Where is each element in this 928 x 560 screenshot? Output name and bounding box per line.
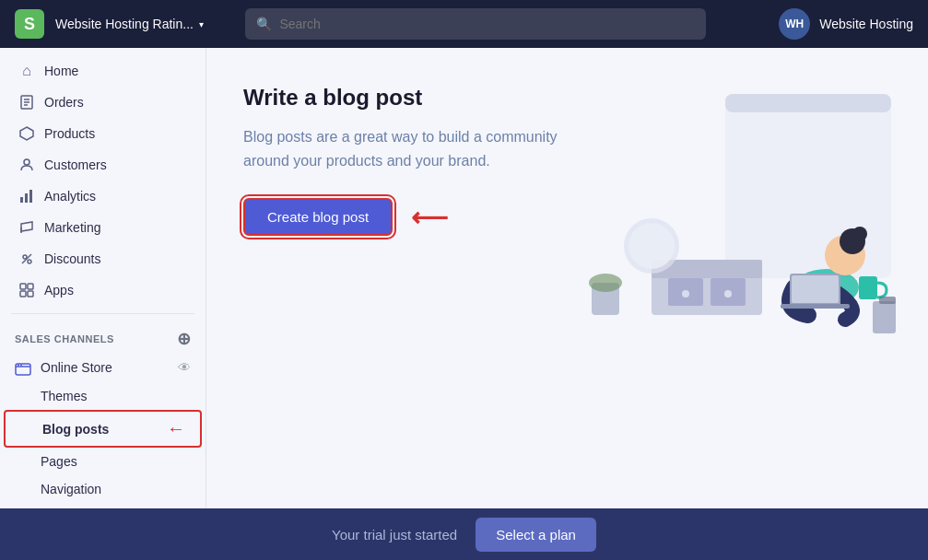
customers-icon — [18, 157, 35, 173]
online-store-left: Online Store — [15, 359, 112, 376]
themes-label: Themes — [41, 389, 88, 403]
sidebar-item-label: Discounts — [44, 251, 100, 266]
online-store-icon — [15, 359, 31, 376]
svg-rect-15 — [28, 291, 33, 297]
sidebar-item-products[interactable]: Products — [4, 118, 202, 149]
sidebar-item-label: Customers — [44, 158, 107, 172]
svg-rect-13 — [28, 284, 33, 289]
sidebar-item-label: Apps — [44, 283, 74, 298]
search-icon: 🔍 — [256, 17, 272, 31]
sidebar-item-label: Home — [44, 64, 78, 78]
svg-rect-6 — [20, 197, 23, 203]
user-name: Website Hosting — [819, 17, 913, 31]
orders-icon — [18, 94, 35, 111]
svg-point-32 — [852, 227, 867, 241]
svg-rect-37 — [873, 301, 896, 333]
svg-point-26 — [724, 290, 732, 298]
svg-point-17 — [18, 365, 19, 367]
blog-illustration — [559, 76, 910, 333]
main-layout: ⌂ Home Orders Products Customers Analy — [0, 48, 928, 508]
sidebar-item-home[interactable]: ⌂ Home — [4, 55, 202, 87]
shopify-logo: S — [15, 9, 44, 39]
svg-point-10 — [28, 260, 31, 263]
chevron-down-icon: ▾ — [199, 19, 204, 29]
page-description: Blog posts are a great way to build a co… — [243, 125, 568, 172]
arrow-right-indicator: ⟵ — [411, 202, 448, 232]
products-icon — [18, 125, 35, 142]
sidebar-subitem-navigation[interactable]: Navigation — [4, 475, 202, 503]
sidebar: ⌂ Home Orders Products Customers Analy — [0, 48, 206, 508]
eye-icon[interactable]: 👁 — [178, 360, 191, 375]
svg-point-5 — [24, 159, 29, 165]
svg-rect-34 — [792, 275, 839, 303]
sidebar-subitem-themes[interactable]: Themes — [4, 382, 202, 410]
sidebar-item-label: Marketing — [44, 220, 100, 235]
navigation-label: Navigation — [41, 482, 101, 496]
online-store-label: Online Store — [41, 360, 112, 375]
sidebar-item-customers[interactable]: Customers — [4, 149, 202, 181]
pages-label: Pages — [41, 454, 77, 469]
trial-text: Your trial just started — [332, 527, 457, 542]
svg-rect-20 — [725, 94, 891, 112]
sidebar-subitem-blog-posts[interactable]: Blog posts ← — [4, 410, 202, 448]
sidebar-item-orders[interactable]: Orders — [4, 87, 202, 118]
sidebar-item-marketing[interactable]: Marketing — [4, 212, 202, 243]
create-blog-post-button[interactable]: Create blog post — [243, 198, 393, 236]
svg-rect-35 — [781, 304, 850, 309]
create-btn-wrapper: Create blog post ⟵ — [243, 198, 393, 236]
svg-rect-7 — [25, 193, 28, 203]
analytics-icon — [18, 188, 35, 204]
store-name: Website Hosting Ratin... — [55, 17, 194, 31]
arrow-indicator: ← — [167, 418, 185, 439]
apps-icon — [18, 282, 35, 298]
svg-point-25 — [682, 290, 689, 298]
svg-point-9 — [23, 255, 27, 259]
online-store-row[interactable]: Online Store 👁 — [4, 353, 202, 382]
add-sales-channel-button[interactable]: ⊕ — [177, 329, 192, 349]
sidebar-divider — [11, 313, 194, 314]
svg-rect-12 — [20, 284, 26, 289]
svg-rect-36 — [859, 276, 877, 299]
sidebar-item-discounts[interactable]: Discounts — [4, 243, 202, 274]
sidebar-item-apps[interactable]: Apps — [4, 274, 202, 306]
sidebar-subitem-pages[interactable]: Pages — [4, 448, 202, 475]
nav-right: WH Website Hosting — [779, 8, 913, 40]
bottom-bar: Your trial just started Select a plan — [0, 508, 928, 560]
svg-rect-14 — [20, 291, 26, 297]
marketing-icon — [18, 219, 35, 236]
main-content: Write a blog post Blog posts are a great… — [206, 48, 928, 508]
svg-point-28 — [628, 223, 675, 269]
search-input[interactable] — [279, 17, 695, 31]
top-navigation: S Website Hosting Ratin... ▾ 🔍 WH Websit… — [0, 0, 928, 48]
svg-rect-38 — [879, 297, 896, 304]
sidebar-item-analytics[interactable]: Analytics — [4, 181, 202, 212]
blog-posts-label: Blog posts — [42, 422, 109, 437]
sidebar-item-label: Products — [44, 126, 95, 141]
sidebar-item-label: Analytics — [44, 189, 96, 204]
select-plan-button[interactable]: Select a plan — [476, 518, 596, 552]
sales-channels-header: SALES CHANNELS ⊕ — [0, 321, 206, 353]
svg-point-40 — [589, 274, 622, 292]
discounts-icon — [18, 251, 35, 267]
avatar: WH — [779, 8, 810, 40]
svg-rect-19 — [725, 94, 891, 278]
page-title: Write a blog post — [243, 85, 568, 111]
svg-rect-8 — [29, 190, 32, 203]
illustration-area — [568, 85, 892, 324]
search-bar: 🔍 — [245, 8, 706, 40]
sidebar-item-label: Orders — [44, 95, 84, 110]
sales-channels-label: SALES CHANNELS — [15, 333, 114, 344]
svg-marker-4 — [20, 127, 33, 140]
store-switcher-button[interactable]: Website Hosting Ratin... ▾ — [55, 17, 204, 31]
svg-point-18 — [20, 365, 22, 367]
home-icon: ⌂ — [18, 63, 35, 79]
